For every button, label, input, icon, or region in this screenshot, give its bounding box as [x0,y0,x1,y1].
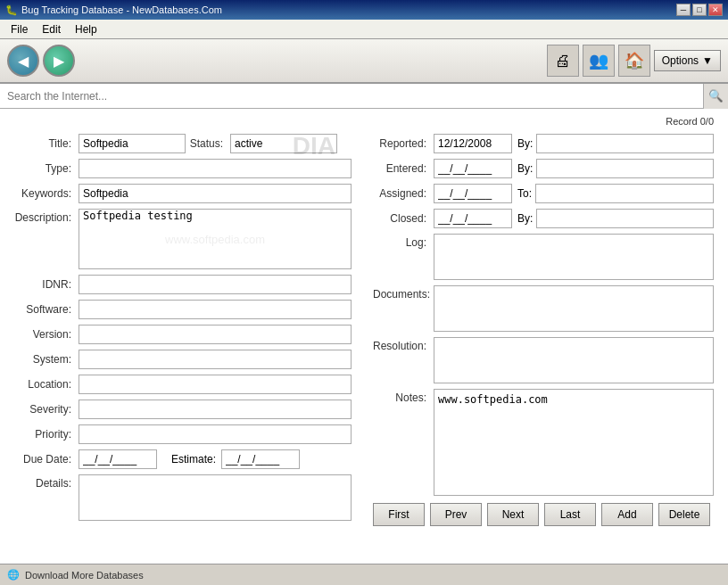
version-row: Version: [14,325,352,344]
location-input[interactable] [79,375,352,394]
assigned-to-input[interactable] [535,184,714,203]
dropdown-icon: ▼ [702,54,713,67]
type-label: Type: [14,162,79,175]
keywords-row: Keywords: [14,184,352,203]
left-panel: Title: Status: DIA Type: Keywords: D [14,134,352,526]
search-button[interactable]: 🔍 [703,84,728,109]
documents-input[interactable] [434,285,714,332]
next-button[interactable]: Next [487,503,539,526]
first-button[interactable]: First [373,503,425,526]
back-button[interactable]: ◀ [7,45,39,77]
status-text: Download More Databases [25,570,144,581]
location-label: Location: [14,378,79,391]
reported-label: Reported: [373,137,434,150]
keywords-input[interactable] [79,184,352,203]
priority-row: Priority: [14,424,352,444]
menu-file[interactable]: File [4,21,35,37]
status-label: Status: [186,137,230,150]
resolution-input[interactable] [434,337,714,383]
menu-edit[interactable]: Edit [35,21,68,37]
severity-row: Severity: [14,400,352,419]
severity-label: Severity: [14,403,79,416]
print-button[interactable]: 🖨 [547,45,579,77]
type-input[interactable] [79,159,352,178]
closed-label: Closed: [373,212,434,225]
app-icon: 🐛 [5,4,18,16]
entered-by-label: By: [517,162,533,175]
assigned-to-label: To: [517,187,532,200]
resolution-label: Resolution: [373,337,434,352]
add-button[interactable]: Add [601,503,653,526]
title-input[interactable] [79,134,186,153]
entered-row: Entered: By: [373,159,714,178]
closed-by-label: By: [517,212,533,225]
location-row: Location: [14,375,352,394]
notes-label: Notes: [373,389,434,404]
version-input[interactable] [79,325,352,344]
entered-by-input[interactable] [536,159,714,178]
reported-by-label: By: [517,137,533,150]
software-row: Software: [14,300,352,319]
reported-by-input[interactable] [536,134,714,153]
options-label: Options [662,54,699,67]
entered-date-input[interactable] [434,159,512,178]
closed-date-input[interactable] [434,209,512,228]
assigned-date-input[interactable] [434,184,512,203]
version-label: Version: [14,328,79,341]
details-input[interactable] [79,474,352,521]
estimate-input[interactable] [221,449,300,469]
search-bar: 🔍 [0,84,728,109]
search-input[interactable] [0,84,703,108]
delete-button[interactable]: Delete [658,503,710,526]
type-row: Type: [14,159,352,178]
search-icon: 🔍 [708,89,724,103]
priority-input[interactable] [79,424,352,444]
system-input[interactable] [79,350,352,369]
due-date-row: Due Date: Estimate: [14,449,352,469]
status-bar: 🌐 Download More Databases [0,564,728,585]
home-button[interactable]: 🏠 [618,45,650,77]
notes-input[interactable]: www.softpedia.com [434,389,714,496]
forward-button[interactable]: ▶ [43,45,75,77]
system-label: System: [14,353,79,366]
log-row: Log: [373,234,714,280]
window-title: Bug Tracking Database - NewDatabases.Com [21,4,222,15]
close-button[interactable]: ✕ [708,4,723,16]
idnr-label: IDNR: [14,278,79,291]
users-button[interactable]: 👥 [583,45,615,77]
resolution-row: Resolution: [373,337,714,383]
assigned-label: Assigned: [373,187,434,200]
minimize-button[interactable]: ─ [676,4,691,16]
idnr-input[interactable] [79,275,352,294]
documents-label: Documents: [373,285,434,301]
description-label: Description: [14,209,79,224]
reported-date-input[interactable] [434,134,512,153]
log-input[interactable] [434,234,714,280]
description-input[interactable]: Softpedia testing [79,209,352,269]
closed-by-input[interactable] [536,209,714,228]
back-icon: ◀ [18,53,29,70]
maximize-button[interactable]: □ [692,4,707,16]
due-date-input[interactable] [79,449,157,469]
menu-bar: File Edit Help [0,20,728,39]
title-status-row: Title: Status: DIA [14,134,352,153]
software-input[interactable] [79,300,352,319]
title-bar: 🐛 Bug Tracking Database - NewDatabases.C… [0,0,728,20]
system-row: System: [14,350,352,369]
log-label: Log: [373,234,434,249]
severity-input[interactable] [79,400,352,419]
notes-row: Notes: www.softpedia.com [373,389,714,496]
bottom-buttons: First Prev Next Last Add Delete [373,503,714,526]
forward-icon: ▶ [54,53,64,70]
status-input[interactable] [230,134,337,153]
options-button[interactable]: Options ▼ [654,50,721,71]
entered-label: Entered: [373,162,434,175]
menu-help[interactable]: Help [68,21,104,37]
status-icon: 🌐 [7,569,20,581]
last-button[interactable]: Last [544,503,596,526]
software-label: Software: [14,303,79,316]
prev-button[interactable]: Prev [430,503,482,526]
details-row: Details: [14,474,352,521]
due-date-label: Due Date: [14,453,79,466]
right-panel: Reported: By: Entered: By: Assigned: To: [373,134,714,526]
